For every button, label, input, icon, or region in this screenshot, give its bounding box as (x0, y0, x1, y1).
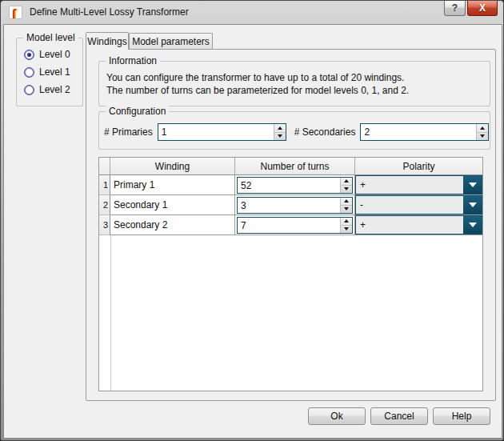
information-text-line1: You can configure the transformer to hav… (106, 72, 404, 83)
information-group: Information You can configure the transf… (98, 61, 490, 106)
dropdown-button[interactable] (463, 196, 482, 214)
radio-level-1[interactable]: Level 1 (24, 66, 70, 78)
primaries-spinbox[interactable]: 1 (158, 123, 286, 141)
ok-button[interactable]: Ok (308, 407, 366, 425)
row-number: 3 (99, 215, 110, 235)
dialog-button-row: Ok Cancel Help (4, 407, 503, 427)
table-header-row: Winding Number of turns Polarity (99, 158, 482, 175)
polarity-cell: + (355, 175, 482, 195)
table-row: 2 Secondary 1 3 - (99, 195, 482, 215)
header-polarity: Polarity (355, 158, 482, 175)
polarity-value: + (356, 216, 463, 234)
polarity-dropdown[interactable]: - (355, 195, 482, 214)
app-logo-icon: ∫ (12, 6, 15, 19)
spin-down-icon[interactable] (274, 133, 286, 141)
primaries-label: # Primaries (104, 126, 153, 138)
radio-level-2[interactable]: Level 2 (24, 83, 70, 96)
polarity-value: - (356, 196, 463, 214)
close-button[interactable]: X (467, 1, 498, 16)
cancel-button[interactable]: Cancel (370, 407, 428, 425)
turns-value[interactable]: 3 (238, 198, 340, 213)
radio-level-0[interactable]: Level 0 (24, 48, 70, 61)
polarity-value: + (356, 176, 463, 194)
polarity-cell: + (355, 215, 482, 235)
configuration-group: Configuration # Primaries 1 # Secondarie… (98, 111, 490, 150)
table-row: 1 Primary 1 52 + (99, 175, 482, 195)
secondaries-label: # Secondaries (294, 126, 356, 138)
dropdown-button[interactable] (463, 176, 482, 194)
radio-level-0-label: Level 0 (39, 49, 70, 60)
spin-up-icon[interactable] (341, 218, 352, 226)
configuration-group-title: Configuration (106, 106, 169, 117)
polarity-dropdown[interactable]: + (355, 215, 482, 235)
dropdown-button[interactable] (463, 216, 482, 234)
winding-name-cell[interactable]: Secondary 2 (110, 215, 235, 235)
spin-up-icon[interactable] (274, 124, 286, 133)
chevron-down-icon (469, 223, 477, 227)
windings-tab-panel: Information You can configure the transf… (86, 49, 496, 401)
row-number: 2 (99, 195, 110, 215)
turns-cell: 52 (235, 175, 355, 195)
header-number-of-turns: Number of turns (235, 158, 355, 175)
turns-spinbox[interactable]: 52 (237, 177, 353, 194)
spin-down-icon[interactable] (341, 186, 352, 193)
turns-value[interactable]: 52 (238, 178, 340, 193)
dialog-window: ∫ ∫ Define Multi-Level Lossy Transformer… (0, 0, 504, 441)
question-icon: ? (452, 2, 458, 14)
turns-cell: 3 (235, 195, 355, 215)
radio-button-icon[interactable] (24, 67, 34, 78)
turns-value[interactable]: 7 (238, 218, 340, 233)
table-empty-area (99, 235, 482, 391)
turns-cell: 7 (235, 215, 355, 235)
polarity-dropdown[interactable]: + (355, 175, 482, 194)
polarity-cell: - (355, 195, 482, 215)
secondaries-value[interactable]: 2 (361, 124, 476, 140)
spin-up-icon[interactable] (341, 198, 352, 206)
app-icon: ∫ ∫ (9, 6, 22, 19)
radio-level-2-label: Level 2 (39, 84, 70, 95)
titlebar-help-button[interactable]: ? (444, 1, 466, 16)
radio-button-icon[interactable] (24, 50, 34, 60)
spin-down-icon[interactable] (341, 206, 352, 213)
table-corner-cell (99, 158, 110, 175)
information-text-line2: The number of turns can be parameterized… (106, 85, 409, 96)
information-group-title: Information (106, 55, 160, 66)
windings-table: Winding Number of turns Polarity 1 Prima… (98, 157, 483, 391)
chevron-down-icon (469, 202, 477, 207)
dialog-client-area: Model level Level 0 Level 1 Level 2 Wind… (3, 24, 502, 439)
model-level-group: Model level Level 0 Level 1 Level 2 (16, 38, 83, 106)
spin-up-icon[interactable] (477, 124, 488, 133)
turns-spinbox[interactable]: 3 (237, 197, 353, 214)
primaries-value[interactable]: 1 (158, 124, 274, 140)
header-winding: Winding (110, 158, 235, 175)
model-level-group-title: Model level (23, 32, 78, 43)
spin-down-icon[interactable] (341, 226, 352, 233)
winding-name-cell[interactable]: Primary 1 (110, 175, 235, 195)
tab-model-parameters[interactable]: Model parameters (129, 33, 213, 50)
close-icon: X (479, 2, 486, 14)
chevron-down-icon (469, 182, 477, 187)
tab-windings[interactable]: Windings (86, 32, 129, 50)
help-button[interactable]: Help (433, 407, 490, 425)
secondaries-spinbox[interactable]: 2 (360, 123, 489, 141)
window-title: Define Multi-Level Lossy Transformer (30, 6, 189, 18)
turns-spinbox[interactable]: 7 (237, 217, 353, 234)
title-bar[interactable]: ∫ ∫ Define Multi-Level Lossy Transformer… (1, 1, 503, 24)
row-number: 1 (99, 175, 110, 195)
spin-down-icon[interactable] (477, 133, 488, 141)
radio-button-icon[interactable] (24, 85, 34, 95)
spin-up-icon[interactable] (341, 178, 352, 186)
winding-name-cell[interactable]: Secondary 1 (110, 195, 235, 215)
radio-level-1-label: Level 1 (39, 66, 70, 78)
table-row: 3 Secondary 2 7 + (99, 215, 482, 235)
